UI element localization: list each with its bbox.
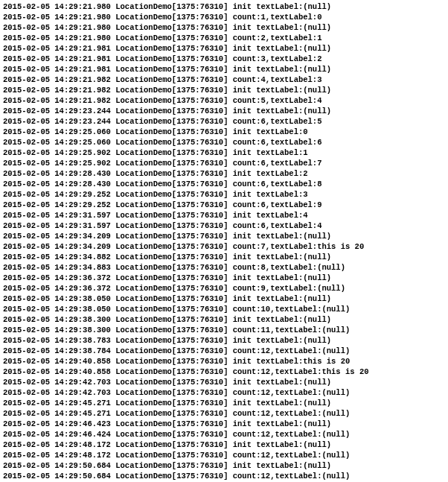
- log-line: 2015-02-05 14:29:21.980 LocationDemo[137…: [3, 12, 448, 22]
- log-line: 2015-02-05 14:29:28.430 LocationDemo[137…: [3, 168, 448, 179]
- log-line: 2015-02-05 14:29:38.300 LocationDemo[137…: [3, 314, 448, 325]
- log-line: 2015-02-05 14:29:38.783 LocationDemo[137…: [3, 335, 448, 346]
- log-line: 2015-02-05 14:29:36.372 LocationDemo[137…: [3, 273, 448, 283]
- log-line: 2015-02-05 14:29:38.050 LocationDemo[137…: [3, 294, 448, 304]
- log-line: 2015-02-05 14:29:28.430 LocationDemo[137…: [3, 179, 448, 189]
- log-line: 2015-02-05 14:29:45.271 LocationDemo[137…: [3, 408, 448, 419]
- log-output: 2015-02-05 14:29:21.980 LocationDemo[137…: [3, 1, 448, 482]
- log-line: 2015-02-05 14:29:46.424 LocationDemo[137…: [3, 429, 448, 440]
- log-line: 2015-02-05 14:29:21.982 LocationDemo[137…: [3, 95, 448, 106]
- log-line: 2015-02-05 14:29:25.060 LocationDemo[137…: [3, 137, 448, 148]
- log-line: 2015-02-05 14:29:21.980 LocationDemo[137…: [3, 33, 448, 43]
- scrollbar[interactable]: [445, 0, 448, 482]
- log-line: 2015-02-05 14:29:31.597 LocationDemo[137…: [3, 221, 448, 231]
- log-line: 2015-02-05 14:29:25.902 LocationDemo[137…: [3, 148, 448, 158]
- log-line: 2015-02-05 14:29:21.981 LocationDemo[137…: [3, 54, 448, 64]
- log-line: 2015-02-05 14:29:34.209 LocationDemo[137…: [3, 241, 448, 252]
- log-line: 2015-02-05 14:29:29.252 LocationDemo[137…: [3, 189, 448, 200]
- log-line: 2015-02-05 14:29:50.684 LocationDemo[137…: [3, 460, 448, 471]
- log-line: 2015-02-05 14:29:34.883 LocationDemo[137…: [3, 262, 448, 273]
- log-line: 2015-02-05 14:29:40.858 LocationDemo[137…: [3, 356, 448, 367]
- log-line: 2015-02-05 14:29:46.423 LocationDemo[137…: [3, 419, 448, 429]
- log-line: 2015-02-05 14:29:21.980 LocationDemo[137…: [3, 22, 448, 33]
- log-line: 2015-02-05 14:29:48.172 LocationDemo[137…: [3, 450, 448, 460]
- log-line: 2015-02-05 14:29:48.172 LocationDemo[137…: [3, 440, 448, 450]
- log-line: 2015-02-05 14:29:21.982 LocationDemo[137…: [3, 85, 448, 95]
- log-line: 2015-02-05 14:29:42.703 LocationDemo[137…: [3, 377, 448, 387]
- log-line: 2015-02-05 14:29:23.244 LocationDemo[137…: [3, 116, 448, 127]
- log-line: 2015-02-05 14:29:31.597 LocationDemo[137…: [3, 210, 448, 221]
- log-line: 2015-02-05 14:29:21.981 LocationDemo[137…: [3, 64, 448, 74]
- log-line: 2015-02-05 14:29:40.858 LocationDemo[137…: [3, 367, 448, 377]
- log-line: 2015-02-05 14:29:34.209 LocationDemo[137…: [3, 231, 448, 241]
- log-line: 2015-02-05 14:29:38.300 LocationDemo[137…: [3, 325, 448, 335]
- log-line: 2015-02-05 14:29:21.982 LocationDemo[137…: [3, 74, 448, 85]
- log-line: 2015-02-05 14:29:21.980 LocationDemo[137…: [3, 1, 448, 12]
- log-line: 2015-02-05 14:29:45.271 LocationDemo[137…: [3, 398, 448, 408]
- log-line: 2015-02-05 14:29:34.882 LocationDemo[137…: [3, 252, 448, 262]
- log-line: 2015-02-05 14:29:50.684 LocationDemo[137…: [3, 471, 448, 481]
- log-line: 2015-02-05 14:29:23.244 LocationDemo[137…: [3, 106, 448, 116]
- log-line: 2015-02-05 14:29:25.902 LocationDemo[137…: [3, 158, 448, 168]
- log-line: 2015-02-05 14:29:38.784 LocationDemo[137…: [3, 346, 448, 356]
- log-line: 2015-02-05 14:29:42.703 LocationDemo[137…: [3, 387, 448, 398]
- log-line: 2015-02-05 14:29:38.050 LocationDemo[137…: [3, 304, 448, 314]
- log-line: 2015-02-05 14:29:25.060 LocationDemo[137…: [3, 127, 448, 137]
- log-line: 2015-02-05 14:29:29.252 LocationDemo[137…: [3, 200, 448, 210]
- log-line: 2015-02-05 14:29:21.981 LocationDemo[137…: [3, 43, 448, 54]
- log-line: 2015-02-05 14:29:36.372 LocationDemo[137…: [3, 283, 448, 294]
